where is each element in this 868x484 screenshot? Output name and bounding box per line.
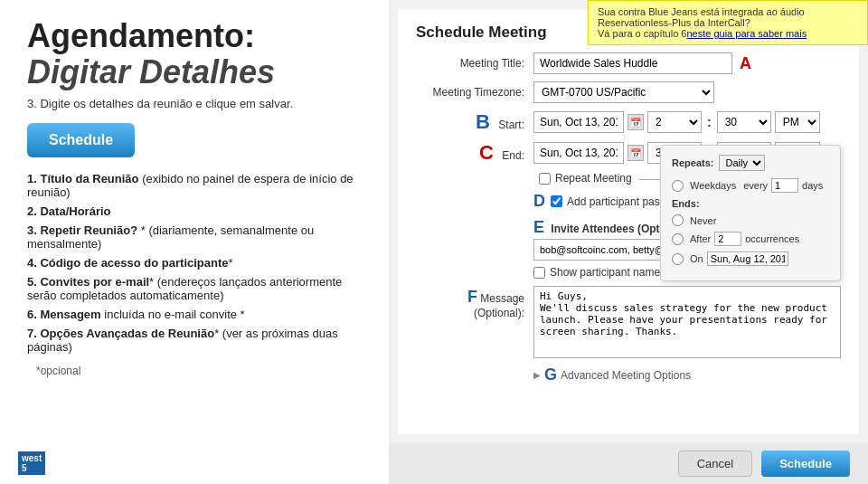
- show-names-checkbox[interactable]: [533, 267, 545, 279]
- weekdays-radio[interactable]: [672, 180, 684, 192]
- message-textarea[interactable]: Hi Guys, We'll discuss sales strategy fo…: [533, 286, 841, 358]
- after-radio[interactable]: [672, 233, 684, 245]
- step-2: 2. Data/Horário: [27, 204, 362, 218]
- schedule-meeting-panel: Schedule Meeting Meeting Title: A Meetin…: [398, 9, 859, 434]
- label-D: D: [533, 192, 545, 211]
- start-calendar-icon[interactable]: 📅: [627, 114, 644, 130]
- timezone-row: Meeting Timezone: GMT-0700 US/Pacific: [416, 81, 841, 103]
- meeting-title-input[interactable]: [533, 52, 732, 74]
- notification-text: Sua contra Blue Jeans está integrada ao …: [598, 6, 807, 39]
- bottom-buttons: Cancel Schedule: [389, 443, 868, 484]
- step-1: 1. Título da Reunião (exibido no painel …: [27, 172, 362, 199]
- optional-note: *opcional: [27, 365, 362, 377]
- step-6: 6. Mensagem incluída no e-mail convite *: [27, 308, 362, 321]
- label-A: A: [740, 54, 751, 73]
- label-B: B: [476, 110, 490, 133]
- on-label: On: [690, 253, 703, 264]
- meeting-title-label: Meeting Title:: [416, 57, 533, 70]
- timezone-select[interactable]: GMT-0700 US/Pacific: [533, 81, 714, 103]
- label-C: C: [479, 141, 494, 164]
- steps-list: 1. Título da Reunião (exibido no painel …: [27, 172, 362, 354]
- ends-label: Ends:: [672, 198, 700, 209]
- start-hour-select[interactable]: 2: [647, 111, 702, 133]
- page-title: Agendamento: Digitar Detalhes: [27, 18, 362, 90]
- end-date-input[interactable]: [533, 142, 624, 164]
- start-ampm-select[interactable]: PM: [775, 111, 820, 133]
- days-label: days: [802, 180, 823, 191]
- step-4: 4. Código de acesso do participante*: [27, 256, 362, 270]
- step-7: 7. Opções Avançadas de Reunião* (ver as …: [27, 327, 362, 354]
- every-input[interactable]: [771, 178, 798, 193]
- message-section: F Message (Optional): Hi Guys, We'll dis…: [416, 286, 841, 358]
- meeting-title-row: Meeting Title: A: [416, 52, 841, 74]
- repeat-checkbox[interactable]: [539, 173, 551, 185]
- advanced-row: ▶ G Advanced Meeting Options: [416, 365, 841, 384]
- never-label: Never: [690, 215, 716, 226]
- label-G: G: [544, 365, 557, 384]
- after-label: After: [690, 233, 711, 244]
- after-input[interactable]: [714, 232, 741, 246]
- logo-area: west5: [18, 451, 45, 475]
- subtitle: 3. Digite os detalhes da reunião e cliqu…: [27, 97, 362, 110]
- start-label: B Start:: [416, 110, 533, 134]
- label-F: F: [467, 288, 477, 306]
- end-calendar-icon[interactable]: 📅: [627, 145, 644, 161]
- start-row: B Start: 📅 2 : 30 PM: [416, 110, 841, 134]
- occurrences-label: occurrences: [745, 233, 799, 244]
- never-radio[interactable]: [672, 214, 684, 226]
- step-5: 5. Convites por e-mail* (endereços lança…: [27, 275, 362, 302]
- on-radio[interactable]: [672, 253, 684, 265]
- notification-bar: Sua contra Blue Jeans está integrada ao …: [588, 0, 868, 45]
- left-panel: Agendamento: Digitar Detalhes 3. Digite …: [0, 0, 389, 484]
- repeats-popup: Repeats: Daily Weekdays every days Ends:…: [660, 145, 841, 281]
- schedule-button-left[interactable]: Schedule: [27, 123, 135, 157]
- right-panel: Sua contra Blue Jeans está integrada ao …: [389, 0, 868, 484]
- notification-link[interactable]: neste guia para saber mais: [686, 28, 807, 39]
- arrow-icon: ▶: [533, 370, 541, 380]
- repeats-label: Repeats:: [672, 157, 713, 168]
- end-label: C End:: [416, 141, 533, 165]
- schedule-button-form[interactable]: Schedule: [761, 451, 850, 477]
- on-date-input[interactable]: [707, 251, 788, 266]
- repeats-select[interactable]: Daily: [719, 155, 765, 171]
- passcode-checkbox[interactable]: [551, 195, 562, 207]
- step-3: 3. Repetir Reunião? * (diariamente, sema…: [27, 223, 362, 251]
- timezone-label: Meeting Timezone:: [416, 86, 533, 99]
- label-E: E: [533, 218, 544, 236]
- start-date-input[interactable]: [533, 111, 624, 133]
- start-minute-select[interactable]: 30: [717, 111, 771, 133]
- weekdays-label: Weekdays: [690, 180, 736, 191]
- cancel-button[interactable]: Cancel: [678, 451, 752, 477]
